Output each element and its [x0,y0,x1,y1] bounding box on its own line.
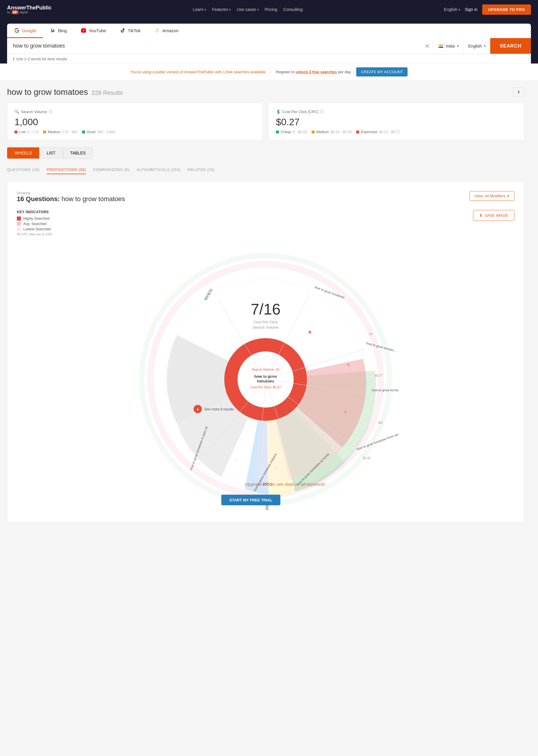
showing-info: Showing 16 Questions: how to grow tomato… [17,191,125,203]
results-count: 228 Results [91,89,123,96]
logo-by: by [7,10,11,14]
hint-text: Use 1-2 words for best results [16,57,67,61]
sv-value: 1,000 [15,117,255,128]
svg-text:PRO: PRO [263,482,272,487]
main-nav: Learn Features Use cases Pricing Consult… [59,7,437,12]
source-tab-google-label: Google [22,28,36,33]
cat-related[interactable]: RELATED (15) [188,166,215,174]
cpc-legend-medium: Medium $0.10 - $0.20 [312,130,351,134]
wheel-header: Showing 16 Questions: how to grow tomato… [17,191,514,203]
tiktok-icon [120,28,126,33]
results-title-area: how to grow tomatoes 228 Results [7,87,123,97]
source-tab-amazon[interactable]: Amazon [147,24,186,38]
cpc-legend-expensive: Expensive $0.21 - $0.27 [356,130,400,134]
cpc-info-icon: ⓘ [320,109,324,114]
svg-text:See more 9 results: See more 9 results [204,407,234,411]
np-badge: NP [12,10,18,14]
download-icon: ⬇ [517,90,520,94]
svg-text:$0.05: $0.05 [363,457,370,460]
cat-questions[interactable]: QUESTIONS (16) [7,166,39,174]
sv-label: 🔍 Search Volume ⓘ [15,109,255,114]
svg-text:Cost Per Click: Cost Per Click [253,320,278,324]
cpc-value: $0.27 [276,117,517,128]
metrics-row: 🔍 Search Volume ⓘ 1,000 Low 0 - 173 Medi… [7,103,524,140]
tab-list[interactable]: LIST [39,147,63,158]
cpc-legend: Cheap 0 - $0.09 Medium $0.10 - $0.20 Exp… [276,130,517,134]
cat-prepositions[interactable]: PREPOSITIONS (38) [47,166,86,174]
svg-point-32 [344,411,347,413]
nav-learn[interactable]: Learn [193,7,206,12]
search-icon: 🔍 [15,110,19,114]
create-account-button[interactable]: CREATE MY ACCOUNT [356,67,407,77]
ki-title: KEY INDICATORS [17,210,52,214]
youtube-icon [81,28,86,33]
cat-comparisons[interactable]: COMPARISONS (6) [93,166,130,174]
view-modifiers-label: View: All Modifiers [474,194,506,198]
language-label: English [468,44,482,48]
ki-note: All CPC data are in USD [17,232,52,236]
save-icon: ⬆ [479,213,483,218]
showing-label: Showing [17,191,125,195]
search-volume-card: 🔍 Search Volume ⓘ 1,000 Low 0 - 173 Medi… [7,103,263,140]
google-icon [14,28,20,33]
svg-text:$0.27: $0.27 [375,374,382,377]
svg-text:START MY FREE TRIAL: START MY FREE TRIAL [229,498,272,502]
source-tab-bing[interactable]: Bing [43,24,74,38]
sv-legend-medium: Medium 174 - 383 [43,130,77,134]
wheel-svg: Search Volume: 1K how to grow tomatoes C… [133,247,399,512]
nav-features[interactable]: Features [212,7,231,12]
search-section: Google Bing YouTube TikTok Amazon [0,19,538,64]
logo-text: AnswerThePublic [7,5,52,10]
source-tab-amazon-label: Amazon [162,28,179,33]
download-button[interactable]: ⬇ [513,87,524,97]
view-modifiers-button[interactable]: View: All Modifiers ▾ [469,191,514,201]
upgrade-button[interactable]: UPGRADE TO PRO [482,4,531,15]
svg-text:Search Volume: Search Volume [253,325,279,329]
amazon-icon [155,28,160,33]
ki-lowest: Lowest Searched [17,227,52,231]
bing-icon [50,28,55,33]
save-image-label: SAVE IMAGE [485,213,508,218]
tab-tables[interactable]: TABLES [63,147,93,158]
source-tab-google[interactable]: Google [7,24,43,38]
nav-usecases[interactable]: Use cases [237,7,258,12]
source-tab-youtube-label: YouTube [88,28,106,33]
view-tabs: WHEELS LIST TABLES [7,147,524,158]
search-input[interactable] [7,38,421,54]
svg-text:how to grow tomatoes in pots: how to grow tomatoes in pots [372,388,399,392]
ki-highly-label: Highly Searched [23,216,49,221]
source-tab-youtube[interactable]: YouTube [74,24,113,38]
ki-highly-swatch [17,216,21,221]
svg-text:Cost Per Click: $0.27: Cost Per Click: $0.27 [250,385,281,389]
banner-register: Register to unlock 3 free searches per d… [276,70,351,74]
nav-pricing[interactable]: Pricing [265,7,277,12]
signin-button[interactable]: Sign in [465,7,477,12]
ki-avg-swatch [17,222,21,226]
wheel-diagram: Search Volume: 1K how to grow tomatoes C… [133,247,399,512]
source-tab-tiktok[interactable]: TikTok [113,24,147,38]
nav-consulting[interactable]: Consulting [283,7,303,12]
sv-info-icon: ⓘ [49,109,53,114]
language-selector[interactable]: English [444,7,460,12]
svg-point-30 [308,331,311,334]
country-selector[interactable]: 🇮🇳 India [433,38,463,54]
svg-point-33 [308,449,311,452]
country-flag: 🇮🇳 [438,44,443,48]
dollar-icon: 💲 [276,110,281,114]
key-indicators: KEY INDICATORS Highly Searched Avg. Sear… [17,210,52,236]
unlock-link[interactable]: unlock 3 free searches [296,70,337,74]
logo[interactable]: AnswerThePublic by NP digital [7,5,52,14]
source-tabs: Google Bing YouTube TikTok Amazon [7,24,531,38]
cpc-card: 💲 Cost Per Click (CPC) ⓘ $0.27 Cheap 0 -… [269,103,524,140]
main-content: how to grow tomatoes 228 Results ⬇ 🔍 Sea… [0,80,531,529]
svg-text:to see data on all keywords: to see data on all keywords [272,482,325,487]
search-button[interactable]: SEARCH [490,38,531,54]
sv-legend-low: Low 0 - 173 [15,130,38,134]
cat-alphabeticals[interactable]: ALPHABETICALS (153) [136,166,181,174]
tab-wheels[interactable]: WHEELS [7,147,39,158]
language-dropdown[interactable]: English [463,38,491,54]
save-image-button[interactable]: ⬆ SAVE IMAGE [473,210,514,221]
source-tab-bing-label: Bing [58,28,67,33]
svg-text:Search Volume: 1K: Search Volume: 1K [252,368,280,371]
search-clear-button[interactable]: ✕ [421,38,433,54]
